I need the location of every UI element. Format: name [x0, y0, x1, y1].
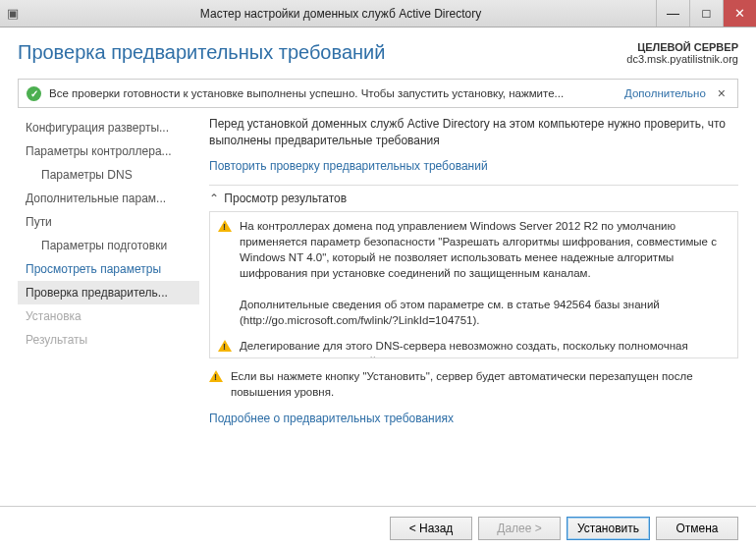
nav-item: Результаты — [18, 328, 199, 352]
warning-text: Делегирование для этого DNS-сервера нево… — [240, 338, 729, 358]
window-controls: — □ ✕ — [656, 0, 756, 27]
status-more-link[interactable]: Дополнительно — [624, 87, 706, 99]
results-box[interactable]: На контроллерах домена под управлением W… — [209, 211, 738, 358]
more-info-link[interactable]: Подробнее о предварительных требованиях — [209, 412, 454, 425]
status-message: Все проверки готовности к установке выпо… — [49, 87, 617, 99]
target-label: ЦЕЛЕВОЙ СЕРВЕР — [626, 41, 738, 53]
main-columns: Конфигурация разверты... Параметры контр… — [18, 116, 738, 425]
cancel-button[interactable]: Отмена — [656, 517, 738, 540]
warning-item: Делегирование для этого DNS-сервера нево… — [218, 338, 729, 358]
nav-item-active[interactable]: Проверка предваритель... — [18, 281, 199, 304]
status-bar: ✓ Все проверки готовности к установке вы… — [18, 79, 738, 108]
collapse-icon: ⌃ — [209, 192, 221, 205]
nav-item[interactable]: Конфигурация разверты... — [18, 116, 199, 139]
maximize-button[interactable]: □ — [689, 0, 723, 27]
nav-item[interactable]: Параметры подготовки — [18, 234, 199, 257]
warning-icon — [218, 340, 232, 352]
back-button[interactable]: < Назад — [390, 517, 472, 540]
nav-item[interactable]: Параметры контроллера... — [18, 139, 199, 163]
close-button[interactable]: ✕ — [723, 0, 756, 27]
footer-warning: Если вы нажмете кнопку "Установить", сер… — [209, 368, 738, 400]
next-button: Далее > — [478, 517, 561, 540]
warning-icon — [218, 220, 232, 232]
nav-item[interactable]: Параметры DNS — [18, 163, 199, 187]
content-area: Проверка предварительных требований ЦЕЛЕ… — [0, 28, 756, 425]
install-button[interactable]: Установить — [567, 517, 650, 540]
minimize-button[interactable]: — — [656, 0, 689, 27]
footer-warning-text: Если вы нажмете кнопку "Установить", сер… — [231, 368, 738, 400]
results-header-label: Просмотр результатов — [224, 192, 347, 205]
warning-item: На контроллерах домена под управлением W… — [218, 218, 729, 329]
nav-item: Установка — [18, 304, 199, 328]
nav-item[interactable]: Пути — [18, 210, 199, 234]
target-server-info: ЦЕЛЕВОЙ СЕРВЕР dc3.msk.pyatilistnik.org — [626, 41, 738, 65]
success-icon: ✓ — [27, 86, 41, 101]
page-title: Проверка предварительных требований — [18, 41, 385, 64]
warning-text: На контроллерах домена под управлением W… — [240, 218, 729, 329]
rerun-check-link[interactable]: Повторить проверку предварительных требо… — [209, 159, 488, 173]
results-section-header[interactable]: ⌃ Просмотр результатов — [209, 185, 738, 205]
window-title: Мастер настройки доменных служб Active D… — [26, 7, 656, 21]
intro-text: Перед установкой доменных служб Active D… — [209, 116, 738, 149]
warning-icon — [209, 370, 223, 382]
wizard-nav: Конфигурация разверты... Параметры контр… — [18, 116, 199, 425]
target-server-name: dc3.msk.pyatilistnik.org — [626, 53, 738, 65]
nav-item[interactable]: Дополнительные парам... — [18, 187, 199, 210]
status-close-icon[interactable]: × — [714, 85, 729, 101]
button-bar: < Назад Далее > Установить Отмена — [0, 506, 756, 550]
nav-item[interactable]: Просмотреть параметры — [18, 257, 199, 281]
content-pane: Перед установкой доменных служб Active D… — [199, 116, 738, 425]
page-header: Проверка предварительных требований ЦЕЛЕ… — [18, 41, 738, 65]
title-bar: ▣ Мастер настройки доменных служб Active… — [0, 0, 756, 28]
app-icon: ▣ — [0, 6, 26, 21]
